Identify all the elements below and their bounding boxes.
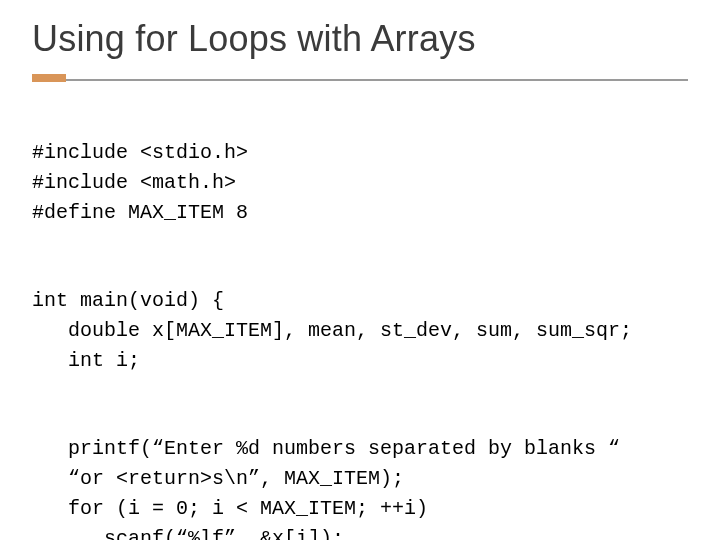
code-block: #include <stdio.h> #include <math.h> #de… [32,108,688,540]
code-line: int i; [32,349,140,372]
code-line: double x[MAX_ITEM], mean, st_dev, sum, s… [32,319,632,342]
slide-title: Using for Loops with Arrays [32,18,688,60]
code-line: #include <math.h> [32,171,236,194]
code-line: #include <stdio.h> [32,141,248,164]
rule-line [66,79,688,81]
code-line: int main(void) { [32,289,224,312]
title-rule [32,74,688,82]
code-line: #define MAX_ITEM 8 [32,201,248,224]
code-line: “or <return>s\n”, MAX_ITEM); [32,467,404,490]
code-line: printf(“Enter %d numbers separated by bl… [32,437,620,460]
code-line: scanf(“%lf”, &x[i]); [32,527,344,540]
rule-accent [32,74,66,82]
code-line: for (i = 0; i < MAX_ITEM; ++i) [32,497,428,520]
